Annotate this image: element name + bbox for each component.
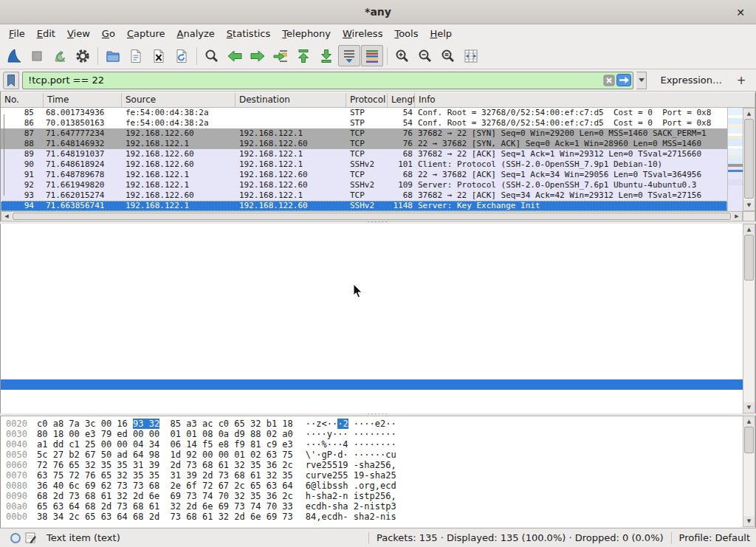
packet-row[interactable]: 94 71.663856741 192.168.122.1 192.168.12…	[1, 201, 727, 211]
save-file-icon[interactable]	[125, 45, 147, 66]
details-scrollbar[interactable]: ▲ ▼	[743, 224, 755, 413]
scrollbar-thumb[interactable]	[744, 427, 754, 453]
detail-line[interactable]: [SEQ/ACK analysis]	[1, 369, 743, 379]
scroll-up-icon[interactable]: ▲	[743, 224, 755, 235]
scroll-left-icon[interactable]: ◀	[1, 212, 12, 221]
column-header-no[interactable]: No.	[1, 93, 44, 107]
column-header-info[interactable]: Info	[415, 93, 755, 107]
go-forward-icon[interactable]	[247, 45, 269, 66]
scroll-down-icon[interactable]: ▼	[743, 402, 755, 413]
detail-line[interactable]: [Next sequence number: 1122 (relative se…	[1, 255, 743, 266]
menu-item[interactable]: Capture	[121, 26, 171, 41]
filter-history-icon[interactable]	[636, 72, 647, 89]
packet-row[interactable]: 90 71.648618924 192.168.122.60 192.168.1…	[1, 159, 727, 170]
capture-options-icon[interactable]	[72, 45, 94, 66]
close-icon[interactable]: ✕	[732, 4, 749, 21]
restart-capture-icon[interactable]	[49, 45, 71, 66]
scrollbar-thumb[interactable]	[744, 235, 754, 281]
packet-row[interactable]: 93 71.662015274 192.168.122.60 192.168.1…	[1, 190, 727, 201]
menu-item[interactable]: View	[61, 26, 96, 41]
profile-label[interactable]: Profile: Default	[679, 532, 750, 543]
scroll-down-icon[interactable]: ▼	[743, 200, 755, 210]
bytes-scrollbar[interactable]: ▲ ▼	[743, 416, 755, 527]
menu-item[interactable]: Edit	[31, 26, 61, 41]
open-file-icon[interactable]	[102, 45, 124, 66]
hex-row[interactable]: 008036 40 6c 69 62 73 73 68 2e 6f 72 67 …	[6, 481, 743, 491]
menu-item[interactable]: File	[3, 26, 31, 41]
find-packet-icon[interactable]	[201, 45, 223, 66]
reload-file-icon[interactable]	[171, 45, 193, 66]
column-header-source[interactable]: Source	[122, 93, 236, 107]
expression-button[interactable]: Expression…	[650, 75, 729, 86]
detail-line[interactable]: [Window size scaling factor: 128]	[1, 317, 743, 328]
hex-row[interactable]: 0020c0 a8 7a 3c 00 16 93 32 85 a3 ac c0 …	[6, 419, 743, 429]
apply-filter-icon[interactable]	[616, 74, 631, 87]
clear-filter-icon[interactable]	[602, 74, 616, 87]
auto-scroll-icon[interactable]	[338, 45, 360, 66]
detail-line[interactable]: 1000 .... = Header Length: 32 bytes (8)	[1, 276, 743, 286]
display-filter-input[interactable]: !tcp.port == 22	[22, 72, 633, 89]
go-to-bottom-icon[interactable]	[315, 45, 337, 66]
menu-item[interactable]: Wireless	[337, 26, 388, 41]
intelligent-scrollbar-minimap[interactable]	[727, 108, 743, 211]
detail-line[interactable]: Checksum: 0x79ed [unverified]	[1, 328, 743, 338]
bookmark-icon[interactable]	[3, 72, 19, 89]
scroll-down-icon[interactable]: ▼	[743, 516, 755, 526]
expert-info-icon[interactable]	[10, 533, 21, 543]
column-header-length[interactable]: Length	[388, 93, 415, 107]
menu-item[interactable]: Tools	[388, 26, 424, 41]
detail-line[interactable]: [TCP Segment Len: 1080]	[1, 235, 743, 245]
menu-item[interactable]: Analyze	[171, 26, 221, 41]
detail-line[interactable]: [Checksum Status: Unverified]	[1, 338, 743, 348]
hex-row[interactable]: 0040a1 dd c1 25 00 00 04 34 06 14 f5 e8 …	[6, 439, 743, 450]
menu-item[interactable]: Help	[424, 26, 458, 41]
hex-row[interactable]: 003080 18 00 e3 79 ed 00 00 01 01 08 0a …	[6, 429, 743, 439]
packet-row[interactable]: 87 71.647777234 192.168.122.60 192.168.1…	[1, 128, 727, 139]
capture-comment-icon[interactable]	[25, 532, 36, 543]
filter-value[interactable]: !tcp.port == 22	[28, 75, 602, 86]
menu-item[interactable]: Go	[96, 26, 121, 41]
detail-line[interactable]: TCP payload (1080 bytes)	[1, 390, 743, 400]
stop-capture-icon[interactable]	[26, 45, 48, 66]
hex-row[interactable]: 00b038 34 2c 65 63 64 68 2d 73 68 61 32 …	[6, 512, 743, 522]
zoom-100-icon[interactable]	[437, 45, 459, 66]
resize-columns-icon[interactable]	[460, 45, 482, 66]
zoom-in-icon[interactable]	[391, 45, 413, 66]
column-header-protocol[interactable]: Protocol	[346, 93, 388, 107]
column-header-time[interactable]: Time	[44, 93, 122, 107]
detail-line[interactable]: Window size value: 227	[1, 297, 743, 307]
hex-row[interactable]: 00505c 27 b2 67 50 ad 64 98 1d 92 00 00 …	[6, 450, 743, 460]
packet-row[interactable]: 91 71.648789678 192.168.122.1 192.168.12…	[1, 170, 727, 180]
go-to-packet-icon[interactable]	[269, 45, 292, 66]
detail-line[interactable]: Sequence number: 42 (relative sequence n…	[1, 245, 743, 255]
scrollbar-thumb[interactable]	[744, 119, 754, 199]
colorize-icon[interactable]	[361, 45, 383, 66]
scroll-up-icon[interactable]: ▲	[743, 416, 755, 427]
detail-line[interactable]: [Stream index: 0]	[1, 224, 743, 235]
packet-list-scrollbar[interactable]: ▲ ▼	[743, 108, 755, 211]
detail-line[interactable]: Flags: 0x018 (PSH, ACK)	[1, 286, 743, 297]
title-bar[interactable]: *any ✕	[0, 0, 756, 24]
detail-line[interactable]: Options: (12 bytes), No-Operation (NOP),…	[1, 359, 743, 369]
detail-line[interactable]: SSH Protocol	[1, 400, 743, 410]
packet-row[interactable]: 86 70.013850163 fe:54:00:d4:38:2a STP 54…	[1, 118, 727, 128]
detail-line[interactable]: [Calculated window size: 29056]	[1, 307, 743, 317]
menu-item[interactable]: Statistics	[221, 26, 276, 41]
hex-row[interactable]: 00a065 63 64 68 2d 73 68 61 32 2d 6e 69 …	[6, 501, 743, 512]
start-capture-icon[interactable]	[3, 45, 25, 66]
zoom-out-icon[interactable]	[414, 45, 436, 66]
packet-row[interactable]: 88 71.648146932 192.168.122.1 192.168.12…	[1, 139, 727, 149]
packet-row[interactable]: 85 68.001734936 fe:54:00:d4:38:2a STP 54…	[1, 108, 727, 118]
hex-row[interactable]: 009068 2d 73 68 61 32 2d 6e 69 73 74 70 …	[6, 491, 743, 501]
close-file-icon[interactable]	[148, 45, 170, 66]
scroll-up-icon[interactable]: ▲	[743, 109, 755, 119]
add-filter-button[interactable]: +	[732, 74, 750, 87]
scroll-right-icon[interactable]: ▶	[732, 212, 742, 221]
detail-line[interactable]: Urgent pointer: 0	[1, 348, 743, 359]
hex-row[interactable]: 007063 75 72 76 65 32 35 35 31 39 2d 73 …	[6, 470, 743, 481]
column-header-destination[interactable]: Destination	[236, 93, 346, 107]
go-to-top-icon[interactable]	[292, 45, 315, 66]
hex-row[interactable]: 006072 76 65 32 35 35 31 39 2d 73 68 61 …	[6, 460, 743, 470]
detail-line[interactable]: [Timestamps]	[1, 379, 743, 390]
packet-row[interactable]: 89 71.648191037 192.168.122.60 192.168.1…	[1, 149, 727, 159]
